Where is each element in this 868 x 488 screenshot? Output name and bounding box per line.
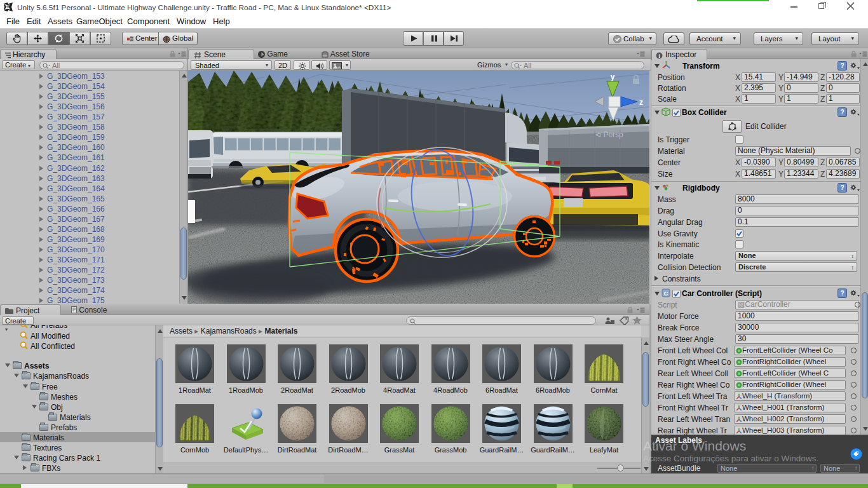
svg-text:z: z: [639, 98, 643, 107]
svg-text:?: ?: [840, 184, 844, 191]
svg-text:C: C: [664, 290, 668, 297]
svg-text:?: ?: [840, 109, 844, 116]
svg-text:y: y: [611, 72, 615, 81]
svg-text:?: ?: [840, 290, 844, 297]
svg-text:?: ?: [840, 62, 844, 69]
svg-text:⊲ Persp: ⊲ Persp: [595, 130, 623, 139]
